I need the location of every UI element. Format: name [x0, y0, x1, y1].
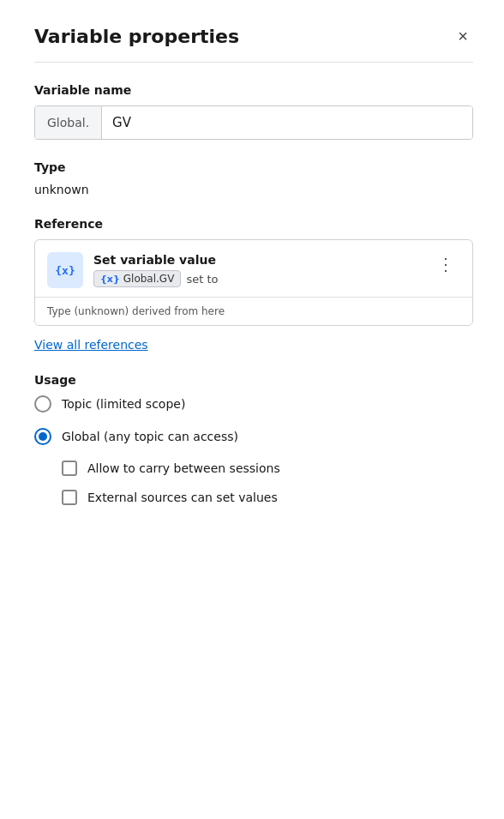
view-all-references-button[interactable]: View all references: [34, 338, 148, 352]
reference-variable-badge: {x} Global.GV: [93, 270, 181, 287]
usage-section: Usage Topic (limited scope) Global (any …: [34, 373, 473, 505]
reference-detail: {x} Global.GV set to: [93, 270, 422, 287]
reference-icon-text: {x}: [55, 264, 75, 277]
radio-global-inner: [39, 432, 47, 441]
checkbox-carry[interactable]: [62, 461, 77, 476]
type-section: Type unknown: [34, 160, 473, 196]
checkbox-row-external[interactable]: External sources can set values: [62, 490, 473, 505]
radio-topic[interactable]: [34, 395, 51, 413]
reference-card: {x} Set variable value {x} Global.GV set…: [34, 239, 473, 326]
close-button[interactable]: ×: [453, 24, 473, 48]
panel-header: Variable properties ×: [34, 24, 473, 48]
radio-global[interactable]: [34, 428, 51, 445]
variable-prefix: Global.: [35, 106, 102, 139]
reference-footer-text: Type (unknown) derived from here: [47, 305, 225, 317]
variable-properties-panel: Variable properties × Variable name Glob…: [0, 0, 504, 819]
reference-card-body: {x} Set variable value {x} Global.GV set…: [35, 240, 472, 297]
type-label: Type: [34, 160, 473, 174]
badge-icon: {x}: [100, 274, 120, 285]
reference-icon-box: {x}: [47, 252, 83, 288]
reference-title: Set variable value: [93, 253, 422, 267]
radio-topic-label: Topic (limited scope): [62, 397, 185, 411]
checkbox-external[interactable]: [62, 490, 77, 505]
checkbox-carry-label: Allow to carry between sessions: [87, 461, 280, 475]
radio-global-label: Global (any topic can access): [62, 430, 238, 443]
usage-label: Usage: [34, 373, 473, 387]
reference-section: Reference {x} Set variable value {x} Glo…: [34, 217, 473, 352]
reference-more-button[interactable]: ⋮: [432, 252, 460, 276]
header-divider: [34, 62, 473, 63]
reference-footer: Type (unknown) derived from here: [35, 297, 472, 325]
radio-row-global[interactable]: Global (any topic can access): [34, 428, 473, 445]
checkbox-external-label: External sources can set values: [87, 491, 278, 504]
variable-name-label: Variable name: [34, 83, 473, 97]
badge-text: Global.GV: [123, 273, 175, 285]
variable-name-input[interactable]: [102, 106, 472, 139]
reference-label: Reference: [34, 217, 473, 231]
reference-content: Set variable value {x} Global.GV set to: [93, 253, 422, 287]
radio-row-topic[interactable]: Topic (limited scope): [34, 395, 473, 413]
type-value: unknown: [34, 183, 473, 196]
reference-set-to-text: set to: [186, 273, 218, 286]
variable-name-field: Global.: [34, 105, 473, 140]
panel-title: Variable properties: [34, 26, 239, 47]
checkbox-row-carry[interactable]: Allow to carry between sessions: [62, 461, 473, 476]
